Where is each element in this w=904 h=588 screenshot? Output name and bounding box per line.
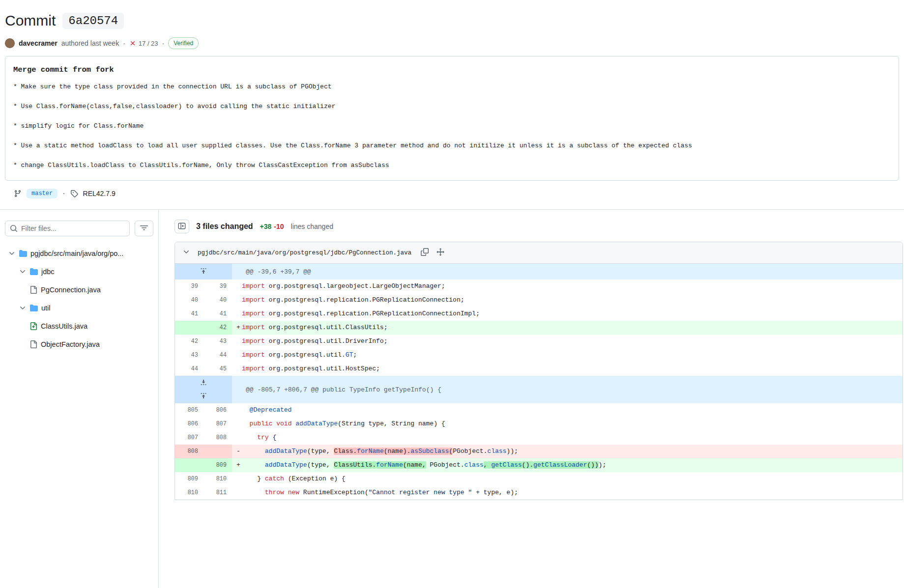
- file-icon: [29, 340, 37, 348]
- folder-icon: [19, 250, 27, 257]
- diff-line: 809+ addDataType(type, ClassUtils.forNam…: [175, 458, 903, 472]
- diff-line: 806807 public void addDataType(String ty…: [175, 417, 903, 431]
- new-line-number[interactable]: 807: [204, 417, 232, 431]
- old-line-number[interactable]: 809: [175, 472, 204, 486]
- commit-message-line: * Use a static method loadClass to load …: [13, 136, 891, 156]
- chevron-down-icon: [19, 268, 27, 276]
- new-line-number[interactable]: 44: [204, 348, 232, 362]
- search-icon: [10, 224, 18, 234]
- new-line-number[interactable]: 806: [204, 403, 232, 417]
- commit-message-line: * Use Class.forName(class,false,classloa…: [13, 97, 891, 116]
- tree-item-util[interactable]: util: [5, 299, 153, 317]
- author-avatar[interactable]: [5, 38, 15, 48]
- old-line-number[interactable]: 805: [175, 403, 204, 417]
- commit-page: Commit 6a20574 davecramer authored last …: [0, 0, 904, 588]
- code-cell: import org.postgresql.util.DriverInfo;: [232, 335, 903, 348]
- old-line-number[interactable]: [175, 458, 204, 472]
- new-line-number[interactable]: 42: [204, 321, 232, 335]
- filter-icon: [140, 224, 148, 233]
- diff-table: @@ -39,6 +39,7 @@3939import org.postgres…: [175, 264, 903, 500]
- file-diff-header: pgjdbc/src/main/java/org/postgresql/jdbc…: [175, 242, 903, 264]
- tree-item-label: jdbc: [41, 268, 55, 276]
- old-line-number[interactable]: 44: [175, 362, 204, 376]
- code-content: import org.postgresql.util.DriverInfo;: [242, 335, 387, 348]
- new-line-number[interactable]: 45: [204, 362, 232, 376]
- filter-files-input[interactable]: [5, 221, 130, 236]
- diff-hunk-header: @@ -805,7 +806,7 @@ public TypeInfo getT…: [175, 376, 903, 403]
- deletions-count: -10: [274, 223, 284, 230]
- authored-text: authored last week: [61, 39, 119, 47]
- new-line-number[interactable]: [204, 445, 232, 458]
- adds-dels: +38 -10: [260, 223, 284, 230]
- code-cell: - addDataType(type, Class.forName(name).…: [232, 445, 903, 458]
- old-line-number[interactable]: 40: [175, 293, 204, 307]
- separator-dot: ·: [123, 39, 125, 47]
- tree-item-label: pgjdbc/src/main/java/org/po...: [30, 250, 123, 257]
- tree-item-jdbc[interactable]: jdbc: [5, 262, 153, 280]
- commit-message-line: * simplify logic for Class.forName: [13, 116, 891, 136]
- file-path: pgjdbc/src/main/java/org/postgresql/jdbc…: [198, 250, 411, 256]
- diff-sign: +: [232, 321, 242, 335]
- tag-label[interactable]: REL42.7.9: [83, 190, 116, 197]
- new-line-number[interactable]: 810: [204, 472, 232, 486]
- code-cell: import org.postgresql.util.GT;: [232, 348, 903, 362]
- additions-count: +38: [260, 223, 272, 230]
- diff-sign: +: [232, 458, 242, 472]
- new-line-number[interactable]: 43: [204, 335, 232, 348]
- new-line-number[interactable]: 39: [204, 280, 232, 293]
- branch-label[interactable]: master: [27, 189, 58, 198]
- verified-badge[interactable]: Verified: [168, 37, 199, 49]
- code-content: import org.postgresql.util.ClassUtils;: [242, 321, 387, 335]
- code-cell: import org.postgresql.util.HostSpec;: [232, 362, 903, 376]
- move-icon: [437, 248, 444, 257]
- file-icon: [29, 286, 37, 294]
- tree-item-pgconnection-java[interactable]: PgConnection.java: [5, 280, 153, 299]
- old-line-number[interactable]: 806: [175, 417, 204, 431]
- old-line-number[interactable]: 810: [175, 486, 204, 500]
- old-line-number[interactable]: 41: [175, 307, 204, 321]
- code-cell: +import org.postgresql.util.ClassUtils;: [232, 321, 903, 335]
- drag-handle-button[interactable]: [434, 247, 447, 259]
- old-line-number[interactable]: 42: [175, 335, 204, 348]
- page-header: Commit 6a20574 davecramer authored last …: [0, 0, 904, 210]
- new-line-number[interactable]: 811: [204, 486, 232, 500]
- code-content: public void addDataType(String type, Str…: [242, 417, 445, 431]
- filter-input-wrap: [5, 221, 130, 236]
- tree-item-classutils-java[interactable]: ClassUtils.java: [5, 317, 153, 335]
- hunk-range: @@ -805,7 +806,7 @@: [246, 386, 319, 393]
- tree-item-label: ObjectFactory.java: [41, 340, 100, 348]
- code-cell: import org.postgresql.replication.PGRepl…: [232, 307, 903, 321]
- filter-button[interactable]: [135, 221, 153, 236]
- tree-item-objectfactory-java[interactable]: ObjectFactory.java: [5, 335, 153, 353]
- expand-up-button[interactable]: [175, 390, 232, 403]
- file-collapse-button[interactable]: [180, 247, 193, 259]
- commit-message-box: Merge commit from fork * Make sure the t…: [5, 56, 899, 181]
- expand-up-button[interactable]: [175, 264, 232, 280]
- code-cell: + addDataType(type, ClassUtils.forName(n…: [232, 458, 903, 472]
- code-content: addDataType(type, ClassUtils.forName(nam…: [242, 458, 606, 472]
- old-line-number[interactable]: [175, 321, 204, 335]
- commit-hash: 6a20574: [62, 13, 124, 29]
- copy-path-button[interactable]: [418, 247, 431, 259]
- tree-item-pgjdbc-src-main-java-org-po[interactable]: pgjdbc/src/main/java/org/po...: [5, 244, 153, 262]
- code-cell: @Deprecated: [232, 403, 903, 417]
- old-line-number[interactable]: 43: [175, 348, 204, 362]
- old-line-number[interactable]: 808: [175, 445, 204, 458]
- old-line-number[interactable]: 39: [175, 280, 204, 293]
- new-line-number[interactable]: 40: [204, 293, 232, 307]
- old-line-number[interactable]: 807: [175, 431, 204, 445]
- author-link[interactable]: davecramer: [19, 39, 58, 47]
- diff-line: 42+import org.postgresql.util.ClassUtils…: [175, 321, 903, 335]
- new-line-number[interactable]: 809: [204, 458, 232, 472]
- code-content: import org.postgresql.util.GT;: [242, 348, 357, 362]
- new-line-number[interactable]: 41: [204, 307, 232, 321]
- file-tree: pgjdbc/src/main/java/org/po...jdbcPgConn…: [5, 244, 153, 353]
- checks-status[interactable]: 17 / 23: [129, 40, 158, 47]
- expand-down-button[interactable]: [175, 376, 232, 390]
- code-content: try {: [242, 431, 276, 445]
- code-cell: import org.postgresql.largeobject.LargeO…: [232, 280, 903, 293]
- collapse-file-tree-button[interactable]: [175, 220, 189, 233]
- diff-line: 4445import org.postgresql.util.HostSpec;: [175, 362, 903, 376]
- checks-failed-x-icon: [129, 40, 136, 47]
- new-line-number[interactable]: 808: [204, 431, 232, 445]
